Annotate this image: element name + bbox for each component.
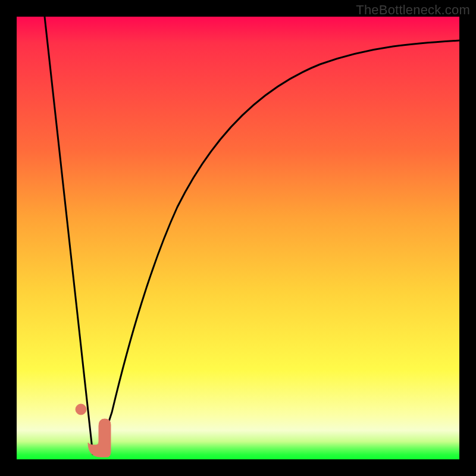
watermark-text: TheBottleneck.com bbox=[356, 2, 470, 18]
chart-frame: TheBottleneck.com bbox=[0, 0, 476, 476]
plot-area bbox=[17, 17, 459, 459]
chart-svg bbox=[17, 17, 459, 459]
marker-dot-icon bbox=[76, 404, 86, 415]
bottleneck-curve bbox=[45, 17, 459, 454]
